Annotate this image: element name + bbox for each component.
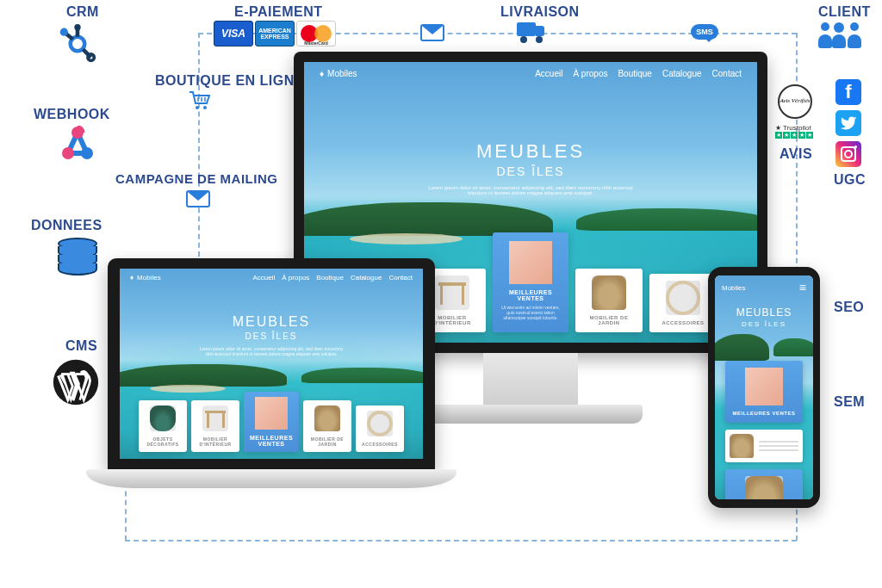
nav-link[interactable]: Catalogue [662, 69, 702, 78]
category-card[interactable]: OBJETS DÉCORATIFS [139, 400, 187, 452]
label-campagne: CAMPAGNE DE MAILING [115, 171, 277, 186]
category-card-featured[interactable]: MEILLEURES VENTES [725, 361, 803, 423]
truck-icon [517, 22, 548, 41]
category-card[interactable]: ACCESSOIRES [356, 405, 404, 452]
label-epaiement: E-PAIEMENT [234, 4, 322, 20]
svg-point-9 [81, 147, 93, 159]
svg-point-4 [74, 24, 80, 30]
category-card-featured[interactable]: MEILLEURES VENTES [244, 392, 299, 452]
label-webhook: WEBHOOK [34, 107, 110, 122]
facebook-icon: f [835, 79, 861, 105]
category-card[interactable]: ACCESSOIRES [649, 274, 717, 332]
svg-point-12 [203, 106, 207, 109]
label-client: CLIENT [818, 4, 871, 20]
label-sem: SEM [834, 394, 865, 410]
nav-link[interactable]: À propos [573, 69, 607, 78]
nav-link[interactable]: Contact [712, 69, 742, 78]
label-boutique: BOUTIQUE EN LIGNE [155, 73, 304, 89]
mail-icon-campagne [186, 190, 210, 207]
instagram-icon [835, 141, 861, 167]
site-logo[interactable]: ♦ Mobiles [130, 274, 161, 282]
label-livraison: LIVRAISON [500, 4, 580, 20]
site-logo[interactable]: Mobiles [722, 284, 746, 292]
label-avis: AVIS [780, 146, 812, 162]
phone-mockup: Mobiles ≡ MEUBLES DES ÎLES MEILLEURES VE… [708, 267, 820, 508]
svg-point-11 [196, 106, 199, 109]
svg-point-5 [60, 28, 68, 36]
label-seo: SEO [834, 300, 864, 315]
webhook-icon [56, 126, 99, 169]
label-donnees: DONNEES [31, 218, 102, 233]
label-crm: CRM [66, 4, 99, 20]
avis-verifies-badge: Avis Vérifiés [778, 84, 812, 119]
visa-card-icon: VISA [214, 21, 253, 46]
mail-icon [420, 24, 444, 41]
category-card[interactable] [725, 430, 803, 462]
flow-line [125, 540, 797, 542]
amex-card-icon: AMERICAN EXPRESS [255, 21, 295, 46]
laptop-mockup: ♦ Mobiles AccueilÀ proposBoutiqueCatalog… [86, 258, 457, 488]
label-ugc: UGC [834, 172, 866, 188]
mastercard-icon: MasterCard [296, 21, 336, 46]
category-card-featured[interactable]: MEILLEURES VENTESUt wisi enim ad minim v… [493, 232, 568, 332]
payment-cards: VISA AMERICAN EXPRESS MasterCard [214, 21, 336, 46]
category-card[interactable]: MOBILIER DE JARDIN [725, 469, 803, 499]
trustpilot-badge: ★ Trustpilot ★★★★★ [775, 124, 817, 139]
flow-line [198, 33, 200, 257]
nav-link[interactable]: Boutique [618, 69, 651, 78]
twitter-icon [835, 110, 861, 136]
hubspot-icon [58, 24, 97, 64]
clients-icon [818, 22, 861, 48]
nav-link[interactable]: Accueil [535, 69, 562, 78]
site-nav[interactable]: Accueil À propos Boutique Catalogue Cont… [535, 69, 742, 78]
site-nav[interactable]: AccueilÀ proposBoutiqueCatalogueContact [253, 274, 413, 282]
category-card[interactable]: MOBILIER DE JARDIN [303, 400, 351, 452]
hero-title: MEUBLES [419, 140, 643, 163]
hero-subtitle: DES ÎLES [419, 164, 643, 178]
category-card[interactable]: MOBILIER D'INTÉRIEUR [191, 400, 239, 452]
cart-icon [188, 90, 212, 111]
site-logo[interactable]: ♦ Mobiles [320, 69, 357, 78]
hamburger-icon[interactable]: ≡ [799, 281, 806, 294]
category-card[interactable]: MOBILIER DE JARDIN [575, 269, 643, 332]
sms-icon: SMS [691, 24, 718, 40]
hero-text: Lorem ipsum dolor sit amet, consectetur … [419, 185, 643, 195]
svg-point-8 [62, 147, 74, 159]
